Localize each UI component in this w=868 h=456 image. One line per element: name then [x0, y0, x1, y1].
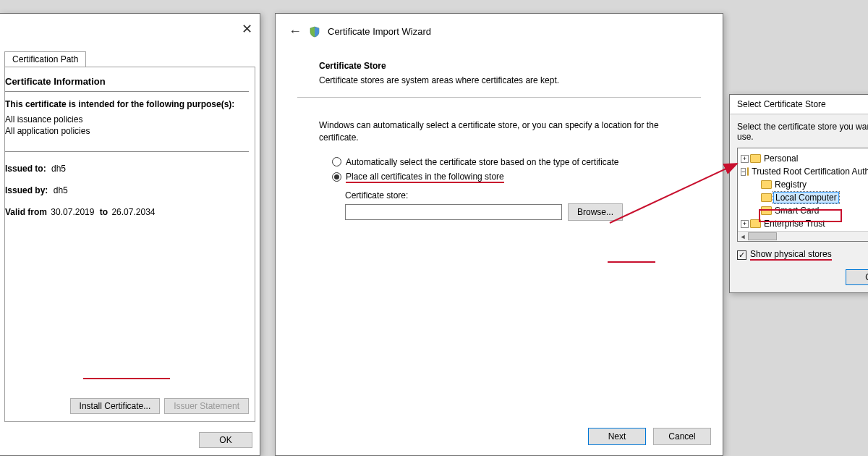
tree-label: Personal — [762, 153, 799, 164]
certificate-store-label: Certificate store: — [345, 190, 679, 200]
show-physical-checkbox-row[interactable]: Show physical stores — [737, 249, 868, 261]
shield-icon — [309, 26, 320, 38]
certificate-store-desc: Certificate stores are system areas wher… — [319, 75, 679, 85]
separator — [5, 151, 249, 152]
issued-to-row: Issued to: dh5 — [5, 164, 249, 174]
issuer-statement-button: Issuer Statement — [164, 398, 249, 414]
certificate-store-heading: Certificate Store — [319, 61, 679, 71]
folder-icon — [761, 193, 772, 202]
expand-icon[interactable]: + — [741, 155, 749, 163]
tree-label: Registry — [773, 180, 808, 190]
collapse-icon[interactable]: − — [741, 168, 746, 176]
tree-label: Trusted Root Certification Authorities — [750, 166, 868, 177]
folder-icon — [750, 154, 761, 163]
validity-row: Valid from 30.07.2019 to 26.07.2034 — [5, 207, 249, 217]
scroll-thumb[interactable] — [748, 232, 777, 240]
radio-place-all[interactable]: Place all certificates in the following … — [332, 172, 679, 183]
show-physical-label: Show physical stores — [750, 249, 832, 261]
annotation-underline — [83, 378, 170, 379]
issued-by-label: Issued by: — [5, 185, 48, 195]
valid-to-value: 26.07.2034 — [111, 207, 155, 217]
tree-item-local-computer[interactable]: Local Computer — [741, 191, 868, 204]
annotation-box — [759, 209, 842, 222]
radio-auto-select[interactable]: Automatically select the certificate sto… — [332, 157, 679, 167]
scroll-left-icon[interactable]: ◄ — [738, 232, 748, 242]
separator — [297, 97, 701, 98]
issued-by-value: dh5 — [54, 185, 68, 195]
ok-button[interactable]: OK — [846, 269, 868, 285]
back-arrow-icon[interactable]: ← — [289, 24, 302, 39]
radio-place-label: Place all certificates in the following … — [346, 172, 504, 183]
tree-label: Local Computer — [773, 192, 839, 203]
checkbox-icon[interactable] — [737, 250, 746, 260]
folder-icon — [747, 167, 749, 176]
tab-bar: Certification Path — [4, 51, 255, 67]
annotation-underline — [608, 261, 655, 263]
radio-auto-label: Automatically select the certificate sto… — [346, 157, 619, 167]
issued-by-row: Issued by: dh5 — [5, 185, 249, 195]
radio-icon — [332, 172, 341, 182]
tree-item-personal[interactable]: + Personal — [741, 152, 868, 165]
browse-button[interactable]: Browse... — [568, 203, 623, 221]
radio-icon — [332, 157, 341, 166]
valid-from-value: 30.07.2019 — [51, 207, 94, 217]
purpose-item: All application policies — [5, 125, 249, 137]
purpose-list: All issuance policies All application po… — [5, 114, 249, 137]
import-wizard-dialog: ← Certificate Import Wizard Certificate … — [275, 13, 723, 456]
horizontal-scrollbar[interactable]: ◄ ► — [738, 231, 868, 241]
folder-icon — [761, 180, 772, 189]
install-certificate-button[interactable]: Install Certificate... — [70, 398, 161, 414]
select-store-dialog: Select Certificate Store Select the cert… — [729, 94, 868, 293]
close-icon[interactable]: ✕ — [242, 21, 252, 37]
wizard-title: Certificate Import Wizard — [328, 26, 431, 37]
issued-to-value: dh5 — [51, 164, 66, 174]
purpose-item: All issuance policies — [5, 114, 249, 125]
certificate-body: Certificate Information This certificate… — [4, 67, 255, 422]
cancel-button[interactable]: Cancel — [653, 428, 711, 445]
certificate-store-input[interactable] — [345, 204, 562, 220]
store-tree[interactable]: + Personal − Trusted Root Certification … — [737, 148, 868, 242]
tab-certification-path[interactable]: Certification Path — [4, 51, 86, 67]
valid-to-label: to — [100, 207, 108, 217]
ok-button[interactable]: OK — [199, 432, 252, 448]
cert-info-heading: Certificate Information — [5, 76, 249, 92]
expand-icon[interactable]: + — [741, 220, 749, 228]
tree-item-registry[interactable]: Registry — [741, 178, 868, 191]
issued-to-label: Issued to: — [5, 164, 46, 174]
select-store-instruction: Select the certificate store you want to… — [737, 122, 868, 142]
store-hint: Windows can automatically select a certi… — [319, 119, 679, 144]
next-button[interactable]: Next — [588, 428, 646, 445]
tree-item-trusted-root[interactable]: − Trusted Root Certification Authorities — [741, 165, 868, 178]
purpose-heading: This certificate is intended for the fol… — [5, 99, 249, 109]
certificate-dialog: ✕ Certification Path Certificate Informa… — [0, 13, 260, 456]
valid-from-label: Valid from — [5, 207, 47, 217]
select-store-title: Select Certificate Store — [730, 95, 868, 114]
